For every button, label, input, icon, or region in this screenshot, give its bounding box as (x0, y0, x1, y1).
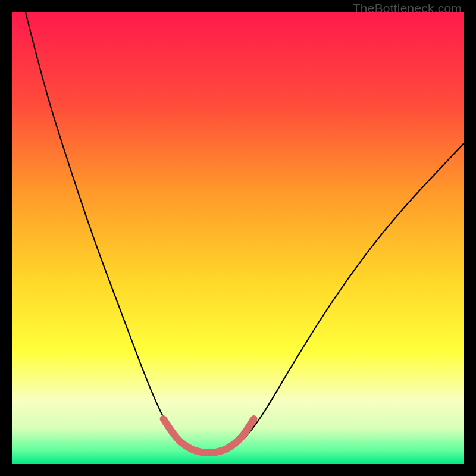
watermark-text: TheBottleneck.com (353, 1, 462, 15)
gradient-background (12, 12, 464, 464)
chart-frame (12, 12, 464, 464)
chart-svg (12, 12, 464, 464)
